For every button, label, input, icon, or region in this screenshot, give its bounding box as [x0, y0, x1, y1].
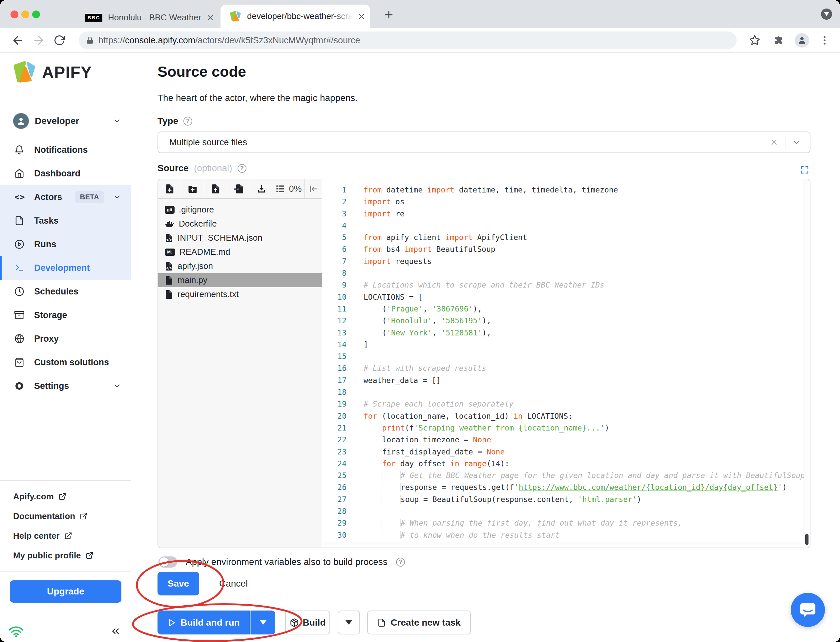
- source-type-select[interactable]: Multiple source files: [158, 131, 811, 153]
- import-file-button[interactable]: [227, 179, 250, 198]
- vertical-scrollbar[interactable]: [804, 179, 810, 541]
- git-icon: git: [165, 206, 175, 214]
- browser-menu-icon[interactable]: [819, 35, 830, 46]
- close-tab-icon[interactable]: [206, 13, 214, 22]
- type-label-row: Type ?: [158, 116, 192, 126]
- file-panel: 0% git .gitignore Dockerf: [158, 179, 322, 548]
- bbc-favicon: BBC: [85, 14, 102, 22]
- env-toggle-switch[interactable]: [159, 556, 177, 567]
- sidebar-item-custom-solutions[interactable]: Custom solutions: [0, 350, 131, 374]
- collapse-panel-icon[interactable]: [305, 179, 322, 198]
- link-label: Apify.com: [13, 491, 54, 502]
- build-and-run-button[interactable]: Build and run: [158, 611, 250, 634]
- clear-selection-icon[interactable]: [770, 138, 778, 147]
- back-button[interactable]: [11, 34, 24, 47]
- sidebar-item-dashboard[interactable]: Dashboard: [0, 162, 131, 185]
- horizontal-scrollbar[interactable]: [322, 541, 804, 548]
- fullscreen-expand-icon[interactable]: [799, 165, 809, 175]
- file-row-dockerfile[interactable]: Dockerfile: [158, 217, 322, 231]
- new-tab-button[interactable]: [383, 9, 395, 20]
- bookmark-star-icon[interactable]: [749, 35, 760, 46]
- build-dropdown[interactable]: [338, 611, 360, 634]
- minimize-window-button[interactable]: [21, 10, 29, 18]
- upgrade-button[interactable]: Upgrade: [10, 580, 122, 603]
- sidebar-item-development[interactable]: Development: [0, 256, 131, 280]
- file-row-apify-json[interactable]: </> apify.json: [158, 259, 322, 273]
- sidebar-item-label: Tasks: [34, 216, 59, 226]
- file-row-readme[interactable]: M↓ README.md: [158, 245, 322, 259]
- help-icon[interactable]: ?: [184, 117, 192, 126]
- link-apify-com[interactable]: Apify.com: [13, 489, 131, 504]
- bell-icon: [15, 145, 24, 155]
- code-file-icon: </>: [165, 233, 173, 243]
- extensions-puzzle-icon[interactable]: [774, 35, 784, 45]
- apify-logo[interactable]: APIFY: [13, 61, 92, 84]
- create-new-task-button[interactable]: Create new task: [367, 611, 471, 634]
- sidebar-item-tasks[interactable]: Tasks: [0, 209, 131, 232]
- play-circle-icon: [15, 239, 24, 249]
- cancel-button[interactable]: Cancel: [219, 572, 248, 595]
- sidebar-item-label: Dashboard: [34, 169, 80, 179]
- clock-icon: [15, 287, 24, 297]
- sidebar-item-label: Storage: [34, 310, 67, 320]
- link-my-public-profile[interactable]: My public profile: [13, 548, 131, 563]
- address-bar[interactable]: https://console.apify.com/actors/dev/k5t…: [79, 31, 737, 49]
- download-button[interactable]: [250, 179, 273, 198]
- zoom-control[interactable]: 0%: [273, 179, 305, 198]
- link-documentation[interactable]: Documentation: [13, 509, 131, 523]
- source-optional-label: (optional): [194, 163, 232, 173]
- sidebar-item-actors[interactable]: <> Actors BETA: [0, 185, 131, 209]
- forward-button[interactable]: [32, 34, 45, 47]
- help-icon[interactable]: ?: [237, 164, 247, 173]
- tab-title: Honolulu - BBC Weather: [108, 13, 201, 23]
- sidebar-item-storage[interactable]: Storage: [0, 303, 131, 327]
- file-row-requirements[interactable]: requirements.txt: [158, 287, 322, 302]
- file-name: README.md: [179, 247, 230, 257]
- chevron-down-icon: [113, 382, 122, 390]
- section-divider: [131, 603, 840, 603]
- file-name: requirements.txt: [177, 289, 239, 299]
- file-name: main.py: [177, 275, 207, 285]
- selected-type-value: Multiple source files: [169, 138, 247, 148]
- file-row-main-py[interactable]: main.py: [158, 273, 322, 287]
- link-label: My public profile: [13, 551, 81, 561]
- link-help-center[interactable]: Help center: [13, 529, 131, 543]
- sidebar-item-runs[interactable]: Runs: [0, 232, 131, 256]
- sidebar-item-schedules[interactable]: Schedules: [0, 280, 131, 303]
- browser-profile-avatar[interactable]: [795, 33, 809, 47]
- select-chevron-icon[interactable]: [791, 138, 801, 147]
- shopping-bag-icon: [15, 357, 24, 367]
- build-and-run-dropdown[interactable]: [250, 611, 275, 634]
- build-button[interactable]: Build: [285, 611, 330, 634]
- scrollbar-thumb[interactable]: [805, 534, 809, 545]
- sidebar-item-proxy[interactable]: Proxy: [0, 327, 131, 350]
- reload-button[interactable]: [54, 34, 65, 46]
- upload-file-button[interactable]: [204, 179, 227, 198]
- new-file-button[interactable]: [158, 179, 181, 198]
- tab-apify-console[interactable]: developer/bbc-weather-scrape: [221, 5, 370, 28]
- document-icon: [377, 618, 386, 627]
- chat-widget-button[interactable]: [791, 593, 825, 627]
- tab-search-button[interactable]: [821, 8, 832, 19]
- help-icon[interactable]: ?: [396, 558, 405, 567]
- file-name: apify.json: [177, 261, 213, 271]
- close-window-button[interactable]: [10, 10, 18, 18]
- sidebar-item-settings[interactable]: Settings: [0, 374, 131, 398]
- page-subtitle: The heart of the actor, where the magic …: [158, 93, 357, 103]
- collapse-sidebar-icon[interactable]: [110, 626, 121, 637]
- file-row-input-schema[interactable]: </> INPUT_SCHEMA.json: [158, 231, 322, 245]
- close-tab-icon[interactable]: [357, 12, 366, 21]
- account-switcher[interactable]: Developer: [0, 108, 131, 134]
- file-icon: [165, 290, 173, 299]
- sidebar-footer-links: Apify.com Documentation Help center My p…: [0, 480, 131, 568]
- new-folder-button[interactable]: [181, 179, 204, 198]
- zoom-window-button[interactable]: [32, 10, 40, 18]
- save-button[interactable]: Save: [158, 572, 199, 595]
- file-row-gitignore[interactable]: git .gitignore: [158, 203, 322, 217]
- tab-bbc-weather[interactable]: BBC Honolulu - BBC Weather: [67, 7, 216, 28]
- url-domain: console.apify.com: [125, 36, 195, 45]
- external-link-icon: [80, 512, 88, 520]
- sidebar-item-notifications[interactable]: Notifications: [0, 139, 131, 161]
- code-lines[interactable]: 1from datetime import datetime, time, ti…: [322, 179, 804, 541]
- select-divider: [786, 136, 786, 149]
